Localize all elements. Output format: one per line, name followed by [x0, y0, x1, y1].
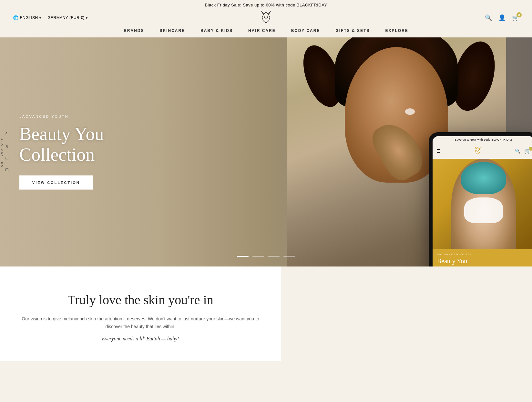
- slide-dot-2[interactable]: [252, 256, 264, 257]
- language-selector[interactable]: 🌐 ENGLISH ▾: [13, 15, 41, 20]
- chevron-down-icon: ▾: [39, 16, 41, 20]
- svg-point-5: [478, 150, 479, 151]
- below-title: Truly love the skin you're in: [13, 292, 268, 307]
- mobile-hero-content: #ADVANCED YOUTH Beauty You Collection VI…: [433, 249, 532, 266]
- facebook-icon[interactable]: f: [5, 132, 9, 137]
- below-fold-section: Truly love the skin you're in Our vision…: [0, 266, 281, 361]
- svg-point-2: [267, 16, 268, 18]
- mobile-announcement: Save up to 60% with code BLACKFRIDAY: [433, 136, 532, 143]
- language-label: ENGLISH: [20, 15, 38, 20]
- account-icon[interactable]: 👤: [498, 14, 506, 21]
- cream-dot: [405, 108, 415, 115]
- cart-badge: 2: [517, 12, 522, 17]
- mobile-menu-icon[interactable]: ☰: [436, 148, 441, 154]
- below-fold-wrapper: Truly love the skin you're in Our vision…: [0, 266, 532, 361]
- header: 🌐 ENGLISH ▾ GERMANY (EUR €) ▾ 🔍 👤: [0, 10, 532, 25]
- slide-dots: [237, 256, 295, 257]
- mobile-towel: [461, 162, 506, 194]
- hero-section: f 𝕏 ⊕ ◻ GET 20% OFF #ADVANCED YOUTH Beau…: [0, 37, 532, 266]
- mobile-screen: Save up to 60% with code BLACKFRIDAY ☰ 🔍…: [433, 136, 532, 266]
- logo[interactable]: [258, 9, 274, 26]
- announcement-text: Black Friday Sale: Save up to 60% with c…: [205, 3, 327, 7]
- main-nav: BRANDS SKINCARE BABY & KIDS HAIR CARE BO…: [0, 25, 532, 37]
- nav-item-body-care[interactable]: BODY CARE: [291, 28, 320, 33]
- promo-sidebar[interactable]: GET 20% OFF: [0, 137, 3, 167]
- svg-point-3: [266, 18, 267, 19]
- view-collection-button[interactable]: VIEW COLLECTION: [19, 175, 93, 189]
- hero-title: Beauty You Collection: [19, 124, 104, 165]
- instagram-icon[interactable]: ◻: [5, 167, 9, 172]
- mobile-cart-badge: 2: [529, 147, 532, 151]
- nav-item-gifts-sets[interactable]: GIFTS & SETS: [335, 28, 370, 33]
- mobile-mask: [464, 197, 503, 223]
- mobile-tag: #ADVANCED YOUTH: [437, 253, 530, 256]
- mobile-logo[interactable]: [473, 146, 483, 156]
- search-icon[interactable]: 🔍: [485, 14, 492, 21]
- nav-item-brands[interactable]: BRANDS: [124, 28, 144, 33]
- mobile-hero-image: [433, 159, 532, 249]
- nav-item-hair-care[interactable]: HAIR CARE: [248, 28, 276, 33]
- header-left: 🌐 ENGLISH ▾ GERMANY (EUR €) ▾: [13, 15, 87, 20]
- nav-item-explore[interactable]: EXPLORE: [385, 28, 408, 33]
- hero-content: #ADVANCED YOUTH Beauty You Collection VI…: [19, 115, 104, 190]
- chevron-down-icon-2: ▾: [86, 16, 88, 20]
- mobile-cart-wrap[interactable]: 🛒 2: [524, 148, 531, 154]
- twitter-icon[interactable]: 𝕏: [5, 144, 9, 149]
- slide-dot-4[interactable]: [283, 256, 295, 257]
- slide-dot-3[interactable]: [268, 256, 280, 257]
- pinterest-icon[interactable]: ⊕: [5, 156, 9, 161]
- mobile-header: ☰ 🔍 🛒 2: [433, 143, 532, 159]
- svg-point-4: [476, 150, 477, 151]
- slide-dot-1[interactable]: [237, 256, 249, 257]
- nav-item-skincare[interactable]: SKINCARE: [160, 28, 185, 33]
- mobile-woman: [451, 159, 516, 249]
- globe-icon: 🌐: [13, 15, 19, 20]
- below-description: Our vision is to give melanin rich skin …: [13, 315, 268, 331]
- hero-tag: #ADVANCED YOUTH: [19, 115, 104, 118]
- announcement-bar: Black Friday Sale: Save up to 60% with c…: [0, 0, 532, 10]
- svg-point-6: [477, 151, 478, 152]
- nav-item-baby-kids[interactable]: BABY & KIDS: [200, 28, 233, 33]
- mobile-mockup: Save up to 60% with code BLACKFRIDAY ☰ 🔍…: [429, 132, 532, 266]
- currency-selector[interactable]: GERMANY (EUR €) ▾: [47, 15, 87, 20]
- header-right: 🔍 👤 🛒 2: [485, 14, 519, 21]
- mobile-search-icon[interactable]: 🔍: [515, 148, 520, 154]
- mobile-title: Beauty You Collection: [437, 257, 530, 266]
- below-tagline: Everyone needs a lil' Buttah — baby!: [13, 336, 268, 342]
- svg-point-1: [264, 16, 265, 18]
- cart-icon[interactable]: 🛒 2: [512, 14, 519, 21]
- currency-label: GERMANY (EUR €): [47, 15, 85, 20]
